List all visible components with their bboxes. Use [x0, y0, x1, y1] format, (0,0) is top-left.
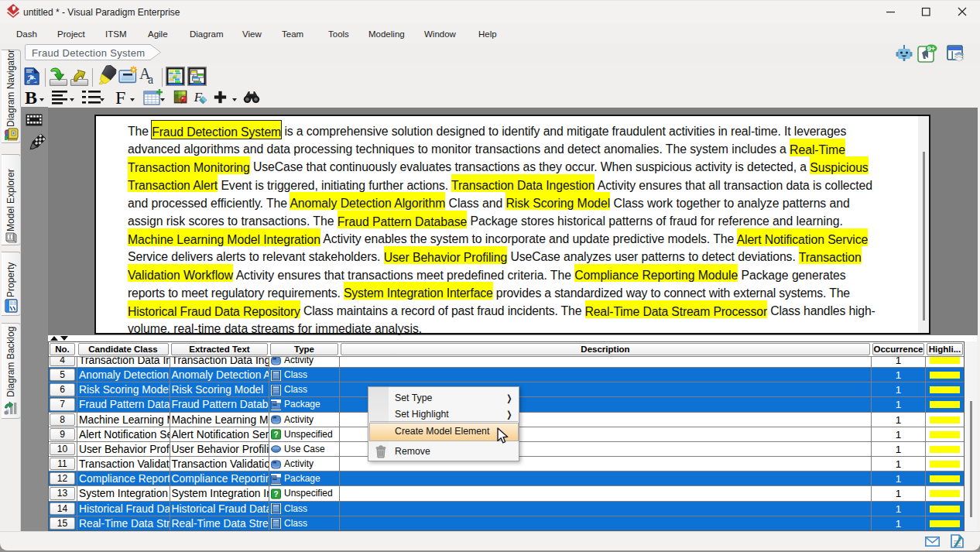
- svg-text:a: a: [148, 73, 153, 85]
- svg-text:F: F: [115, 87, 125, 107]
- svg-text:B: B: [25, 87, 37, 107]
- svg-text:?: ?: [273, 489, 278, 498]
- svg-text:?: ?: [273, 430, 278, 439]
- svg-text:F: F: [194, 90, 203, 105]
- svg-text:9+: 9+: [927, 45, 935, 53]
